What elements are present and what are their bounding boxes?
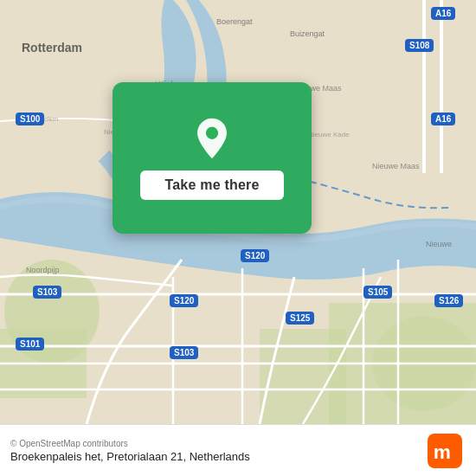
svg-text:Buizengat: Buizengat: [290, 29, 325, 38]
route-badge-s105: S105: [363, 286, 392, 299]
take-me-card: Take me there: [113, 82, 312, 234]
moovit-logo: m: [428, 434, 462, 468]
map-container: Rotterdam Boerengat Buizengat Wijnhaven …: [0, 0, 476, 424]
route-badge-s103-left: S103: [33, 286, 61, 299]
route-badge-s126: S126: [434, 294, 463, 307]
take-me-button[interactable]: Take me there: [140, 170, 283, 200]
svg-text:m: m: [434, 441, 451, 463]
route-badge-a16-right: A16: [431, 113, 455, 125]
route-badge-s103-bot: S103: [170, 346, 198, 359]
footer: © OpenStreetMap contributors Broekenpale…: [0, 424, 476, 476]
moovit-logo-icon: m: [428, 434, 462, 468]
svg-text:Nieuwe Maas: Nieuwe Maas: [372, 162, 420, 170]
route-badge-s100: S100: [16, 113, 44, 125]
footer-left: © OpenStreetMap contributors Broekenpale…: [10, 439, 250, 463]
route-badge-s120-bot: S120: [170, 294, 198, 307]
route-badge-s125: S125: [286, 312, 314, 325]
svg-text:Noordpijp: Noordpijp: [26, 266, 60, 274]
route-badge-s108: S108: [405, 39, 434, 52]
route-badge-s101: S101: [16, 338, 44, 351]
svg-text:Nieuwe: Nieuwe: [426, 240, 452, 248]
svg-text:Boerengat: Boerengat: [216, 17, 253, 26]
svg-point-27: [206, 126, 218, 138]
svg-text:Rotterdam: Rotterdam: [22, 41, 82, 55]
route-badge-a16-top: A16: [431, 7, 455, 20]
route-badge-s120-mid: S120: [241, 249, 269, 262]
svg-text:Nieuwe Kade: Nieuwe Kade: [308, 131, 350, 138]
location-pin-icon: [190, 117, 234, 160]
location-label: Broekenpaleis het, Pretorialaan 21, Neth…: [10, 450, 250, 463]
osm-credit: © OpenStreetMap contributors: [10, 439, 250, 448]
svg-rect-4: [260, 329, 346, 424]
app: Rotterdam Boerengat Buizengat Wijnhaven …: [0, 0, 476, 476]
